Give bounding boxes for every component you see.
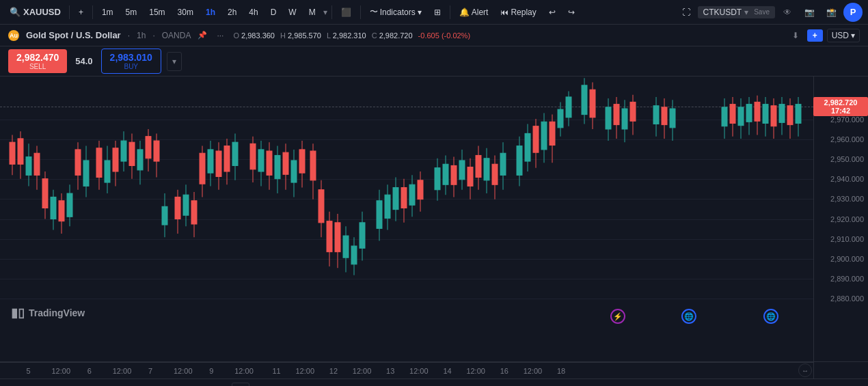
user-avatar[interactable]: P bbox=[843, 3, 863, 22]
fullscreen-btn[interactable]: ⛶ bbox=[677, 5, 695, 19]
layout-btn[interactable]: ⊞ bbox=[429, 5, 446, 19]
svg-rect-149 bbox=[738, 107, 744, 126]
open-price: O 2,983.360 bbox=[233, 31, 275, 40]
chart-type-icon: ⬛ bbox=[341, 8, 351, 17]
add-to-chart-btn[interactable]: + bbox=[807, 29, 823, 42]
svg-rect-11 bbox=[51, 197, 56, 219]
time-12-1: 12:00 bbox=[51, 367, 70, 375]
watchlist-btn[interactable]: 👁 bbox=[778, 3, 797, 22]
svg-rect-117 bbox=[533, 126, 539, 152]
svg-rect-53 bbox=[232, 142, 238, 165]
alert-btn[interactable]: 🔔 Alert bbox=[455, 5, 493, 19]
event-icon-flash[interactable]: ⚡ bbox=[610, 309, 625, 324]
period-30m[interactable]: 30m bbox=[173, 5, 198, 19]
tv-logo-icon: ▮▯ bbox=[11, 305, 25, 320]
svg-rect-55 bbox=[250, 143, 256, 169]
add-chart-btn[interactable]: + bbox=[74, 5, 88, 19]
separator-4 bbox=[360, 5, 361, 19]
period-4h[interactable]: 4h bbox=[244, 5, 262, 19]
trade-bar: 2,982.470 SELL 54.0 2,983.010 BUY ▾ bbox=[0, 46, 868, 77]
broker-label: OANDA bbox=[162, 31, 191, 40]
event-icon-news-2[interactable]: 🌐 bbox=[763, 309, 778, 324]
time-axis: 5 12:00 6 12:00 7 12:00 9 12:00 11 12:00… bbox=[0, 362, 813, 378]
period-M[interactable]: M bbox=[304, 5, 321, 19]
separator-3 bbox=[331, 5, 332, 19]
svg-rect-71 bbox=[318, 190, 324, 223]
price-level-2880: 2,880.000 bbox=[830, 294, 864, 303]
svg-rect-143 bbox=[670, 109, 675, 128]
price-level-2960: 2,960.000 bbox=[830, 135, 864, 143]
svg-rect-95 bbox=[435, 168, 440, 190]
sell-label: SELL bbox=[16, 63, 59, 70]
currency-selector[interactable]: USD ▾ bbox=[827, 29, 860, 42]
time-nav-icon[interactable]: ↔ bbox=[798, 363, 812, 377]
symbol-pair-selector[interactable]: CTKUSDT ▾ Save bbox=[698, 6, 775, 18]
period-dropdown-icon[interactable]: ▾ bbox=[323, 8, 327, 17]
calendar-btn[interactable]: 📅 bbox=[232, 383, 249, 387]
svg-rect-43 bbox=[191, 201, 197, 224]
svg-rect-131 bbox=[606, 107, 611, 129]
svg-rect-67 bbox=[299, 150, 305, 173]
svg-rect-63 bbox=[283, 152, 288, 174]
time-12-7: 12:00 bbox=[409, 367, 429, 375]
pin-icon[interactable]: 📌 bbox=[198, 31, 207, 40]
price-level-2970: 2,970.000 bbox=[830, 115, 864, 124]
svg-rect-77 bbox=[343, 236, 349, 258]
svg-rect-25 bbox=[113, 148, 118, 171]
low-price: L 2,982.310 bbox=[327, 31, 366, 40]
undo-btn[interactable]: ↩ bbox=[544, 5, 560, 19]
svg-rect-79 bbox=[351, 246, 357, 264]
svg-rect-35 bbox=[154, 141, 159, 161]
symbol-search[interactable]: 🔍 XAUUSD bbox=[5, 5, 65, 18]
svg-rect-73 bbox=[327, 221, 332, 252]
screenshot-btn[interactable]: 📷 bbox=[800, 3, 819, 22]
layout-icon: ⊞ bbox=[434, 8, 441, 17]
time-14: 14 bbox=[443, 367, 451, 375]
period-D[interactable]: D bbox=[266, 5, 282, 19]
period-1m[interactable]: 1m bbox=[97, 5, 118, 19]
price-level-2890: 2,890.000 bbox=[830, 275, 864, 283]
svg-rect-121 bbox=[550, 122, 555, 145]
svg-rect-157 bbox=[771, 106, 776, 126]
period-5m[interactable]: 5m bbox=[121, 5, 142, 19]
price-scale-btn[interactable]: ⬇ bbox=[788, 28, 803, 43]
snapshot-btn[interactable]: 📸 bbox=[822, 3, 841, 22]
separator-2 bbox=[92, 5, 93, 19]
svg-rect-19 bbox=[83, 161, 89, 186]
tradingview-logo: ▮▯ TradingView bbox=[11, 305, 85, 320]
candlestick-chart[interactable]: .bull { fill: #26a69a; stroke: #26a69a; … bbox=[0, 77, 813, 361]
symbol-info-bar: Au Gold Spot / U.S. Dollar · 1h · OANDA … bbox=[0, 25, 868, 46]
svg-rect-135 bbox=[622, 109, 627, 129]
period-15m[interactable]: 15m bbox=[144, 5, 169, 19]
trade-expand-btn[interactable]: ▾ bbox=[167, 52, 182, 71]
svg-rect-83 bbox=[377, 201, 382, 229]
replay-btn[interactable]: ⏮ Replay bbox=[496, 5, 541, 19]
chart-area: .bull { fill: #26a69a; stroke: #26a69a; … bbox=[0, 77, 868, 361]
event-icon-news-1[interactable]: 🌐 bbox=[681, 309, 696, 324]
time-12-3: 12:00 bbox=[174, 367, 193, 375]
symbol-more-btn[interactable]: ··· bbox=[214, 29, 226, 42]
svg-rect-75 bbox=[335, 223, 340, 252]
period-1h[interactable]: 1h bbox=[201, 5, 220, 19]
bell-icon: 🔔 bbox=[459, 8, 470, 17]
bottom-bar: 1D 5D 1M 3M 6M YTD 1Y 5Y All 📅 19:42:18 … bbox=[0, 378, 868, 386]
buy-button[interactable]: 2,983.010 BUY bbox=[101, 49, 161, 74]
svg-rect-129 bbox=[590, 89, 595, 118]
svg-rect-7 bbox=[34, 153, 40, 175]
period-W[interactable]: W bbox=[284, 5, 301, 19]
sell-button[interactable]: 2,982.470 SELL bbox=[8, 49, 67, 73]
svg-rect-139 bbox=[653, 106, 659, 124]
separator-1 bbox=[69, 5, 70, 19]
redo-btn[interactable]: ↪ bbox=[563, 5, 580, 19]
indicators-btn[interactable]: 〜 Indicators ▾ bbox=[365, 4, 426, 20]
svg-rect-5 bbox=[26, 157, 31, 176]
svg-rect-45 bbox=[200, 153, 205, 184]
time-nav-btn[interactable]: ↔ bbox=[798, 363, 812, 377]
svg-rect-147 bbox=[730, 105, 735, 124]
svg-rect-153 bbox=[755, 102, 760, 121]
time-12-5: 12:00 bbox=[295, 367, 314, 375]
chart-type-btn[interactable]: ⬛ bbox=[336, 5, 356, 19]
separator-5 bbox=[450, 5, 450, 19]
period-2h[interactable]: 2h bbox=[223, 5, 241, 19]
indicators-chevron-icon: ▾ bbox=[418, 8, 422, 17]
